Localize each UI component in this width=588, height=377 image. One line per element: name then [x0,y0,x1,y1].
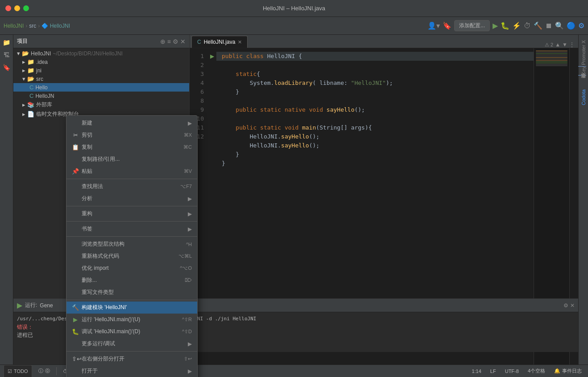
open-right-icon: ⇧↩ [72,356,79,362]
cm-delete[interactable]: 删除... ⌦ [66,274,197,286]
tree-root[interactable]: ▾ 📂 HelloJNI ~/Desktop/BIDR/JNI/HelloJNI [13,49,189,58]
cm-sep-5 [66,300,197,300]
chevron-down-icon-src: ▾ [22,75,25,82]
debug-icon[interactable]: 🐛 [501,21,509,30]
tree-idea[interactable]: ▸ 📁 .idea [13,58,189,66]
breadcrumb-project[interactable]: HelloJNI [4,23,24,29]
status-spaces[interactable]: 4个空格 [525,367,548,375]
encoding-label: UTF-8 [505,369,519,374]
gene-label: Gene [40,302,53,309]
rs-tab-key-promoter[interactable]: Key Promoter X [580,37,588,79]
hellojn-label: HelloJN [35,93,54,99]
status-todo[interactable]: ☑ TODO [4,365,32,377]
chevron-right-icon-ext: ▸ [22,101,25,108]
src-folder-icon: 📂 [27,75,34,82]
cm-bookmarks[interactable]: 书签 ▶ [66,223,197,235]
todo-label: TODO [14,369,28,374]
settings-icon[interactable]: ⚙ [578,21,584,30]
toolbar-icons: 👤▾ 🔖 添加配置... ▶ 🐛 ⚡ ⏱ 🔨 ⏹ 🔍 🔵 ⚙ [427,20,584,31]
hellojn-java-icon: C [29,92,33,99]
rs-tab-database[interactable]: 数据库 [579,79,588,86]
cm-cut[interactable]: ✂剪切 ⌘X [66,129,197,141]
cm-optimize-imports[interactable]: 优化 import ^⌥O [66,262,197,274]
tree-hellojn[interactable]: C HelloJN [13,92,189,100]
root-folder-icon: 📂 [22,50,29,57]
status-right: 1:14 LF UTF-8 4个空格 🔔 事件日志 [469,367,584,375]
project-panel-title: 项目 [17,38,28,45]
bp-gear-icon[interactable]: ⚙ [563,302,568,309]
rs-tab-codota[interactable]: Codota [580,86,588,109]
maximize-button[interactable] [23,5,29,11]
build-module-icon: 🔨 [72,304,79,311]
run-icon[interactable]: ▶ [493,21,498,30]
root-path: ~/Desktop/BIDR/JNI/HelloJNI [53,50,122,57]
todo-icon: ☑ [8,369,12,374]
update-icon[interactable]: 🔵 [567,21,576,30]
cm-open-right[interactable]: ⇧↩在右侧分部分打开 ⇧↩ [66,353,197,365]
status-event-log[interactable]: 🔔 事件日志 [551,367,584,375]
status-encoding[interactable]: UTF-8 [502,368,522,375]
tree-external-libs[interactable]: ▸ 📚 外部库 [13,100,189,109]
tab-close-button[interactable]: ✕ [238,39,242,45]
cm-analyze[interactable]: 分析 ▶ [66,193,197,205]
minimize-button[interactable] [14,5,20,11]
search-icon[interactable]: 🔍 [555,21,564,30]
cm-open-in[interactable]: 打开于 ▶ [66,365,197,377]
status-lf[interactable]: LF [488,368,499,375]
cm-debug[interactable]: 🐛调试 'HelloJNI.main()'(D) ^⇧D [66,326,197,338]
breadcrumb-file[interactable]: 🔷 HelloJNI [41,23,70,29]
close-button[interactable] [5,5,11,11]
position-label: 1:14 [472,369,481,374]
nav-down-icon[interactable]: ▼ [562,42,567,48]
ext-libs-icon: 📚 [27,101,34,108]
add-config-button[interactable]: 添加配置... [454,20,490,31]
breadcrumb: HelloJNI › src › 🔷 HelloJNI [4,23,70,29]
progress-label: 进程已 [17,332,33,338]
cm-rewrite-filetype[interactable]: 重写文件类型 [66,286,197,298]
account-icon[interactable]: 👤▾ [427,21,440,30]
tree-jni[interactable]: ▸ 📁 jni [13,66,189,75]
tab-java-icon: C [197,39,201,45]
sidebar-structure-icon[interactable]: 🏗 [1,49,12,61]
stop-icon[interactable]: ⏹ [545,22,552,30]
sidebar-bookmark-icon[interactable]: 🔖 [1,62,12,73]
bp-close-icon[interactable]: ✕ [570,302,575,309]
breadcrumb-src[interactable]: src [29,23,36,29]
editor-tab-hellojni[interactable]: C HelloJNI.java ✕ [191,36,248,48]
sidebar-project-icon[interactable]: 📁 [1,37,12,48]
profile-icon[interactable]: ⏱ [524,22,531,30]
nav-up-icon[interactable]: ▲ [555,42,560,48]
cm-build-module[interactable]: 🔨构建模块 'HelloJNI' [66,302,197,314]
cm-browse-type[interactable]: 浏览类型层次结构 ^H [66,238,197,250]
cm-paste[interactable]: 📌粘贴 ⌘V [66,165,197,177]
spaces-label: 4个空格 [528,368,545,374]
panel-gear-icon[interactable]: ⚙ [173,38,178,45]
coverage-icon[interactable]: ⚡ [512,21,521,30]
status-problems[interactable]: ⓘ ⓪ [36,367,53,375]
titlebar: HelloJNI – HelloJNI.java [0,0,588,17]
cm-find-usages[interactable]: 查找用法 ⌥F7 [66,180,197,193]
right-sidebar: Key Promoter X 数据库 Codota [578,35,588,364]
cm-reformat[interactable]: 重新格式化代码 ⌥⌘L [66,250,197,262]
cm-refactor[interactable]: 重构 ▶ [66,208,197,220]
project-panel-header: 项目 ⊕ ≡ ⚙ ✕ [13,35,189,48]
editor-tabs: C HelloJNI.java ✕ ⚠ 2 ▲ ▼ ⋮ [190,35,578,48]
run-play-icon[interactable]: ▶ [17,301,22,310]
more-tabs-icon[interactable]: ⋮ [569,42,575,48]
tree-hello[interactable]: C Hello [13,83,189,92]
debug-main-icon: 🐛 [72,328,79,335]
status-position[interactable]: 1:14 [469,368,484,375]
cm-sep-2 [66,206,197,206]
cm-new[interactable]: 新建 ▶ [66,117,197,129]
panel-collapse-icon[interactable]: ≡ [167,38,171,45]
cm-copy[interactable]: 📋复制 ⌘C [66,141,197,153]
panel-close-icon[interactable]: ✕ [180,38,186,45]
cm-copy-path[interactable]: 复制路径/引用... [66,153,197,165]
cm-run[interactable]: ▶运行 'HelloJNI.main()'(U) ^⇧R [66,314,197,326]
bookmark-run-icon[interactable]: 🔖 [443,21,451,30]
tree-src[interactable]: ▾ 📂 src [13,75,189,83]
cm-more-run[interactable]: 更多运行/调试 ▶ [66,338,197,350]
root-label: HelloJNI [31,50,51,57]
panel-add-icon[interactable]: ⊕ [160,38,166,45]
build-icon[interactable]: 🔨 [534,21,542,30]
